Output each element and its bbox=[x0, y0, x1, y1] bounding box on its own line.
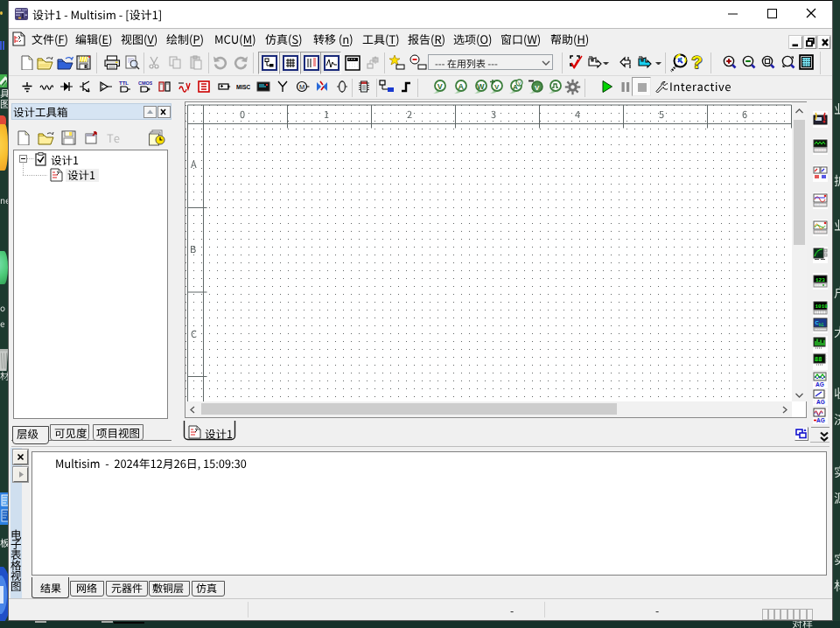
svg-text:AG: AG bbox=[816, 399, 825, 405]
svg-text:AG: AG bbox=[816, 381, 824, 387]
svg-text:W: W bbox=[477, 82, 485, 91]
svg-text:123: 123 bbox=[816, 277, 825, 283]
svg-text:TTL: TTL bbox=[119, 80, 129, 86]
svg-text:V: V bbox=[494, 83, 500, 91]
svg-text:b1: b1 bbox=[819, 322, 824, 327]
svg-text:CMOS: CMOS bbox=[138, 80, 152, 86]
svg-text:AG: AG bbox=[816, 417, 825, 423]
svg-text:A: A bbox=[458, 82, 465, 91]
svg-text:?: ? bbox=[691, 53, 703, 72]
svg-text:V: V bbox=[518, 80, 522, 86]
svg-text:M: M bbox=[299, 83, 304, 91]
svg-text:1010: 1010 bbox=[816, 304, 829, 310]
svg-text:V: V bbox=[535, 84, 540, 92]
svg-text:V: V bbox=[438, 82, 443, 91]
svg-text:MISC: MISC bbox=[236, 84, 250, 90]
svg-text:88: 88 bbox=[815, 356, 822, 363]
